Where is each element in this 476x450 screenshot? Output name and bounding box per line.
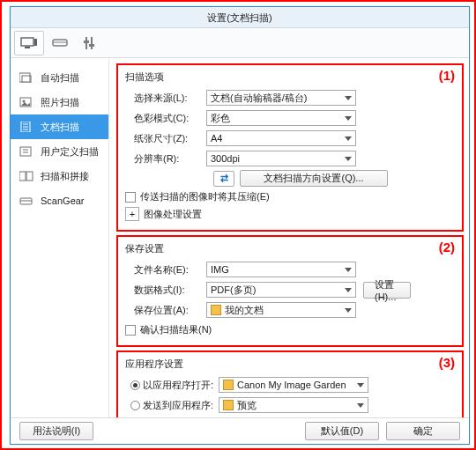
swap-orientation-icon[interactable]: ⇄: [213, 171, 234, 187]
send-to-app-select[interactable]: 预览: [219, 397, 368, 413]
section-number: (1): [439, 68, 455, 83]
color-label: 色彩模式(C):: [125, 112, 206, 125]
sidebar-label: 照片扫描: [41, 96, 79, 109]
resolution-label: 分辨率(R):: [125, 152, 206, 166]
compress-checkbox[interactable]: [125, 192, 136, 203]
open-with-radio[interactable]: [130, 380, 140, 390]
source-select[interactable]: 文档(自动输稿器/稿台): [206, 90, 356, 106]
sidebar-item-photo[interactable]: 照片扫描: [11, 90, 108, 114]
app-icon: [223, 400, 234, 410]
paper-select[interactable]: A4: [206, 130, 356, 146]
resolution-select[interactable]: 300dpi: [206, 151, 356, 166]
send-to-app-radio[interactable]: [130, 401, 140, 410]
svg-rect-7: [84, 41, 89, 43]
location-select[interactable]: 我的文档: [206, 302, 356, 318]
auto-icon: [19, 71, 33, 84]
svg-rect-8: [89, 44, 94, 47]
window-title: 设置(文档扫描): [11, 7, 469, 28]
section-title: 扫描选项: [125, 70, 455, 84]
mode-computer-icon[interactable]: [14, 31, 44, 55]
open-with-label: 以应用程序打开:: [143, 379, 213, 392]
svg-rect-1: [25, 47, 30, 48]
document-icon: [19, 121, 33, 133]
section-save-settings: (2) 保存设置 文件名称(E): IMG 数据格式(I): PDF(多页) 设…: [116, 235, 464, 347]
sidebar-item-custom[interactable]: 用户定义扫描: [11, 139, 108, 164]
app-icon: [223, 380, 234, 390]
sidebar-label: 用户定义扫描: [41, 145, 99, 159]
filename-label: 文件名称(E):: [125, 263, 206, 277]
section-number: (3): [439, 355, 455, 370]
color-select[interactable]: 彩色: [206, 110, 356, 126]
section-application-settings: (3) 应用程序设置 以应用程序打开: Canon My Image Garde…: [116, 350, 464, 417]
svg-rect-20: [19, 172, 26, 181]
svg-rect-2: [34, 39, 37, 46]
source-label: 选择来源(L):: [125, 92, 206, 105]
format-select[interactable]: PDF(多页): [206, 282, 356, 298]
sidebar-label: 自动扫描: [41, 71, 79, 85]
svg-rect-0: [21, 38, 33, 46]
confirm-results-label: 确认扫描结果(N): [140, 323, 212, 336]
custom-icon: [19, 145, 33, 158]
send-to-app-label: 发送到应用程序:: [143, 399, 213, 412]
section-title: 应用程序设置: [125, 358, 455, 371]
footer: 用法说明(I) 默认值(D) 确定: [11, 417, 469, 444]
photo-icon: [19, 96, 33, 108]
section-number: (2): [439, 240, 455, 255]
folder-icon: [211, 305, 221, 315]
section-scan-options: (1) 扫描选项 选择来源(L): 文档(自动输稿器/稿台) 色彩模式(C): …: [116, 63, 464, 232]
stitch-icon: [19, 170, 33, 182]
compress-label: 传送扫描的图像时将其压缩(E): [140, 190, 270, 203]
sidebar-item-auto[interactable]: 自动扫描: [11, 65, 108, 90]
expand-image-processing-button[interactable]: +: [125, 207, 139, 221]
confirm-results-checkbox[interactable]: [125, 325, 136, 336]
scangear-icon: [19, 195, 33, 207]
svg-rect-9: [19, 73, 30, 82]
orientation-settings-button[interactable]: 文档扫描方向设置(Q)...: [240, 170, 388, 187]
defaults-button[interactable]: 默认值(D): [305, 422, 379, 440]
svg-rect-17: [20, 147, 31, 156]
format-settings-button[interactable]: 设置(H)...: [363, 282, 411, 299]
open-with-select[interactable]: Canon My Image Garden: [219, 377, 368, 393]
sidebar-label: 扫描和拼接: [41, 170, 89, 183]
help-button[interactable]: 用法说明(I): [19, 422, 93, 440]
paper-label: 纸张尺寸(Z):: [125, 132, 206, 145]
section-title: 保存设置: [125, 242, 455, 255]
main-panel: (1) 扫描选项 选择来源(L): 文档(自动输稿器/稿台) 色彩模式(C): …: [109, 58, 469, 417]
sidebar-label: ScanGear: [41, 195, 85, 206]
sidebar-item-stitch[interactable]: 扫描和拼接: [11, 164, 108, 188]
sidebar-item-document[interactable]: 文档扫描: [11, 114, 108, 139]
mode-scanner-icon[interactable]: [45, 31, 75, 55]
sidebar-item-scangear[interactable]: ScanGear: [11, 188, 108, 213]
sidebar-label: 文档扫描: [41, 121, 79, 134]
sidebar: 自动扫描 照片扫描 文档扫描 用户定义扫描 扫描和拼接 ScanGear: [11, 58, 109, 417]
svg-rect-21: [26, 172, 33, 181]
filename-select[interactable]: IMG: [206, 262, 356, 277]
ok-button[interactable]: 确定: [386, 422, 460, 440]
format-label: 数据格式(I):: [125, 284, 206, 297]
location-label: 保存位置(A):: [125, 304, 206, 317]
image-processing-label: 图像处理设置: [144, 208, 202, 221]
mode-toolbar: [11, 28, 469, 58]
mode-tools-icon[interactable]: [76, 31, 106, 55]
svg-rect-6: [91, 37, 93, 49]
